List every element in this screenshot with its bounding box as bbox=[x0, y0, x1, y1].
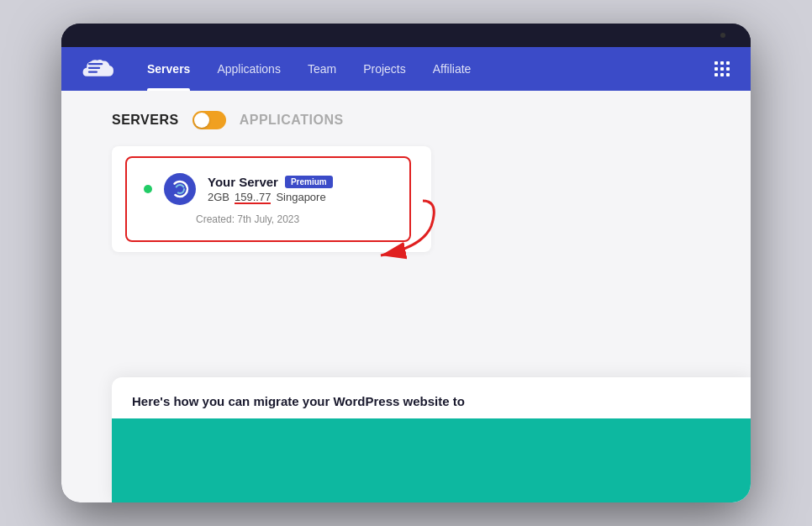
content-area: SERVERS APPLICATIONS bbox=[61, 91, 751, 252]
server-name-row: Your Server Premium bbox=[208, 175, 393, 189]
logo-icon bbox=[82, 57, 113, 81]
server-specs: 2GB 159.­­­.77 Singapore bbox=[208, 191, 393, 203]
tab-servers[interactable]: SERVERS bbox=[112, 113, 179, 128]
screen: Servers Applications Team Projects Affil… bbox=[61, 47, 751, 502]
server-name: Your Server bbox=[208, 175, 278, 189]
grid-dots-icon bbox=[714, 61, 730, 77]
navbar-logo bbox=[82, 57, 113, 81]
device-top-bar bbox=[61, 24, 751, 47]
server-card-top: Your Server Premium 2GB 159.­­­.77 Singa… bbox=[144, 173, 393, 205]
svg-rect-0 bbox=[88, 67, 100, 69]
toggle-switch[interactable] bbox=[192, 111, 226, 129]
server-ip: 159.­­­.77 bbox=[235, 191, 271, 203]
migration-heading: Here's how you can migrate your WordPres… bbox=[112, 377, 751, 418]
server-spinner-icon bbox=[171, 180, 189, 198]
nav-link-servers[interactable]: Servers bbox=[134, 47, 203, 91]
nav-link-team[interactable]: Team bbox=[294, 47, 350, 91]
premium-badge: Premium bbox=[285, 176, 333, 188]
migration-image bbox=[112, 418, 751, 502]
toggle-tabs: SERVERS APPLICATIONS bbox=[112, 111, 700, 129]
nav-link-affiliate[interactable]: Affiliate bbox=[419, 47, 485, 91]
server-card-highlighted: Your Server Premium 2GB 159.­­­.77 Singa… bbox=[125, 156, 411, 242]
camera-dot bbox=[720, 33, 725, 38]
migration-card: Here's how you can migrate your WordPres… bbox=[112, 377, 751, 502]
main-content: SERVERS APPLICATIONS bbox=[61, 91, 751, 502]
server-status-indicator bbox=[144, 185, 152, 193]
server-location: Singapore bbox=[276, 191, 325, 203]
svg-rect-2 bbox=[88, 63, 103, 65]
nav-link-projects[interactable]: Projects bbox=[350, 47, 419, 91]
server-info: Your Server Premium 2GB 159.­­­.77 Singa… bbox=[208, 175, 393, 203]
device-frame: Servers Applications Team Projects Affil… bbox=[61, 24, 751, 502]
server-ram: 2GB bbox=[208, 191, 229, 203]
nav-links: Servers Applications Team Projects Affil… bbox=[134, 47, 484, 91]
server-icon bbox=[164, 173, 196, 205]
tab-applications[interactable]: APPLICATIONS bbox=[240, 113, 344, 128]
grid-menu-button[interactable] bbox=[714, 61, 730, 77]
svg-rect-1 bbox=[88, 71, 98, 72]
server-created-date: Created: 7th July, 2023 bbox=[144, 213, 393, 225]
navbar: Servers Applications Team Projects Affil… bbox=[61, 47, 751, 91]
server-card: Your Server Premium 2GB 159.­­­.77 Singa… bbox=[127, 158, 409, 240]
nav-link-applications[interactable]: Applications bbox=[203, 47, 294, 91]
svg-point-3 bbox=[172, 181, 187, 197]
svg-point-4 bbox=[176, 185, 184, 193]
toggle-knob bbox=[194, 113, 209, 128]
